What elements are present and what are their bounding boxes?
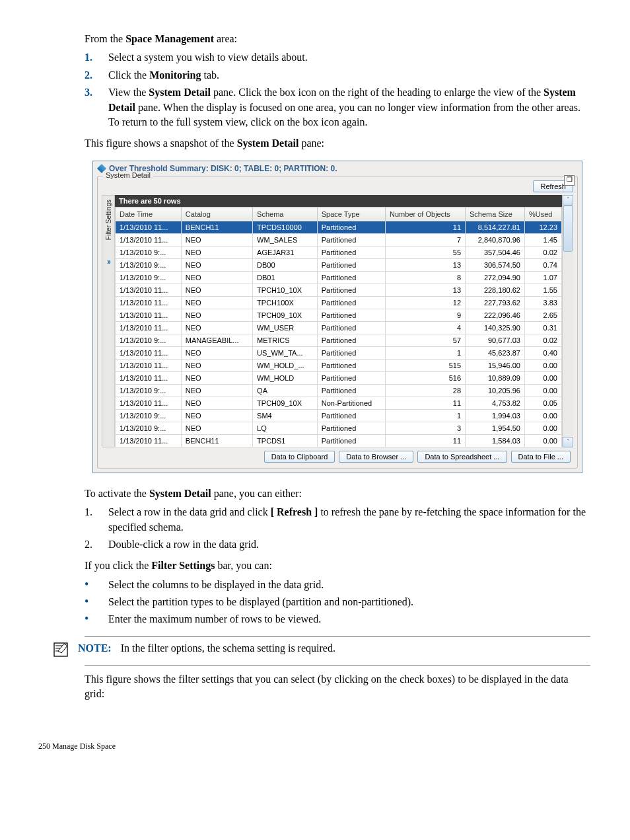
table-row[interactable]: 1/13/2010 11...BENCH11TPCDS10000Partitio…: [116, 221, 562, 233]
table-cell: 13: [386, 284, 466, 296]
table-cell: 8: [386, 271, 466, 284]
col-catalog[interactable]: Catalog: [181, 207, 252, 221]
scroll-thumb[interactable]: [563, 206, 573, 252]
step-num: 3.: [85, 85, 108, 130]
data-to-browser-button[interactable]: Data to Browser ...: [339, 451, 413, 463]
table-cell: SM4: [253, 409, 318, 422]
vertical-scrollbar[interactable]: ˄ ˅: [562, 195, 573, 447]
table-cell: TPCH09_10X: [253, 397, 318, 409]
table-row[interactable]: 1/13/2010 9:...MANAGEABIL...METRICSParti…: [116, 334, 562, 346]
table-cell: 1/13/2010 11...: [116, 397, 182, 409]
expand-icon[interactable]: ››: [107, 257, 110, 266]
table-row[interactable]: 1/13/2010 11...NEOTPCH09_10XNon-Partitio…: [116, 397, 562, 409]
table-row[interactable]: 1/13/2010 9:...NEODB00Partitioned13306,5…: [116, 258, 562, 271]
system-detail-table[interactable]: Date Time Catalog Schema Space Type Numb…: [115, 207, 562, 447]
table-row[interactable]: 1/13/2010 11...NEOUS_WM_TA...Partitioned…: [116, 346, 562, 359]
step-text: View the System Detail pane. Click the b…: [108, 85, 590, 130]
table-row[interactable]: 1/13/2010 11...BENCH11TPCDS1Partitioned1…: [116, 434, 562, 447]
table-cell: Partitioned: [317, 284, 385, 296]
table-row[interactable]: 1/13/2010 9:...NEOAGEJAR31Partitioned553…: [116, 246, 562, 258]
table-row[interactable]: 1/13/2010 9:...NEOSM4Partitioned11,994.0…: [116, 409, 562, 422]
table-row[interactable]: 1/13/2010 9:...NEODB01Partitioned8272,09…: [116, 271, 562, 284]
table-cell: 222,096.46: [466, 309, 525, 321]
table-cell: NEO: [181, 258, 252, 271]
table-row[interactable]: 1/13/2010 9:...NEOLQPartitioned31,954.50…: [116, 422, 562, 434]
step-text: Click the Monitoring tab.: [108, 68, 219, 83]
table-cell: Partitioned: [317, 258, 385, 271]
col-pctused[interactable]: %Used: [524, 207, 561, 221]
snapshot-caption: This figure shows a snapshot of the Syst…: [85, 136, 590, 151]
table-cell: 1/13/2010 9:...: [116, 334, 182, 346]
table-cell: 12.23: [524, 221, 561, 233]
table-row[interactable]: 1/13/2010 11...NEOWM_HOLD_...Partitioned…: [116, 359, 562, 371]
table-cell: NEO: [181, 321, 252, 334]
table-cell: 0.40: [524, 346, 561, 359]
table-cell: 1/13/2010 11...: [116, 221, 182, 233]
table-cell: 2.65: [524, 309, 561, 321]
table-row[interactable]: 1/13/2010 11...NEOTPCH100XPartitioned122…: [116, 296, 562, 309]
table-row[interactable]: 1/13/2010 11...NEOWM_SALESPartitioned72,…: [116, 233, 562, 246]
maximize-icon[interactable]: ❐: [564, 175, 575, 186]
table-cell: 1/13/2010 11...: [116, 284, 182, 296]
table-row[interactable]: 1/13/2010 11...NEOTPCH10_10XPartitioned1…: [116, 284, 562, 296]
step-text: Select a system you wish to view details…: [108, 50, 308, 65]
intro-line: From the Space Management area:: [85, 32, 590, 46]
table-cell: Partitioned: [317, 371, 385, 384]
data-to-file-button[interactable]: Data to File ...: [511, 451, 571, 463]
table-cell: NEO: [181, 284, 252, 296]
col-schema[interactable]: Schema: [253, 207, 318, 221]
table-cell: Partitioned: [317, 346, 385, 359]
table-cell: Non-Partitioned: [317, 397, 385, 409]
filter-settings-bar[interactable]: Filter Settings ››: [102, 195, 115, 447]
table-cell: NEO: [181, 359, 252, 371]
table-cell: MANAGEABIL...: [181, 334, 252, 346]
scroll-down-icon[interactable]: ˅: [563, 437, 573, 447]
table-cell: 11: [386, 434, 466, 447]
table-cell: LQ: [253, 422, 318, 434]
col-spacetype[interactable]: Space Type: [317, 207, 385, 221]
table-cell: 10,205.96: [466, 384, 525, 397]
table-cell: Partitioned: [317, 221, 385, 233]
note-text: In the filter options, the schema settin…: [121, 642, 335, 654]
table-row[interactable]: 1/13/2010 11...NEOTPCH09_10XPartitioned9…: [116, 309, 562, 321]
col-numobjects[interactable]: Number of Objects: [386, 207, 466, 221]
bullet-icon: •: [85, 612, 108, 627]
bullet-list: •Select the columns to be displayed in t…: [85, 578, 590, 627]
note-block: NOTE:In the filter options, the schema s…: [85, 636, 590, 666]
scroll-up-icon[interactable]: ˄: [563, 195, 573, 206]
table-cell: 228,180.62: [466, 284, 525, 296]
system-detail-screenshot: Over Threshold Summary: DISK: 0; TABLE: …: [92, 161, 582, 473]
table-cell: 3: [386, 422, 466, 434]
col-datetime[interactable]: Date Time: [116, 207, 182, 221]
table-cell: 0.74: [524, 258, 561, 271]
data-to-clipboard-button[interactable]: Data to Clipboard: [264, 451, 335, 463]
table-cell: 4: [386, 321, 466, 334]
table-row[interactable]: 1/13/2010 11...NEOWM_HOLDPartitioned5161…: [116, 371, 562, 384]
table-cell: DB01: [253, 271, 318, 284]
table-header-row: Date Time Catalog Schema Space Type Numb…: [116, 207, 562, 221]
table-cell: 140,325.90: [466, 321, 525, 334]
table-cell: 0.00: [524, 422, 561, 434]
table-cell: DB00: [253, 258, 318, 271]
table-cell: WM_USER: [253, 321, 318, 334]
table-cell: 1/13/2010 11...: [116, 359, 182, 371]
table-row[interactable]: 1/13/2010 9:...NEOQAPartitioned2810,205.…: [116, 384, 562, 397]
table-cell: NEO: [181, 246, 252, 258]
table-cell: Partitioned: [317, 384, 385, 397]
table-cell: 1,994.03: [466, 409, 525, 422]
table-row[interactable]: 1/13/2010 11...NEOWM_USERPartitioned4140…: [116, 321, 562, 334]
table-cell: WM_HOLD: [253, 371, 318, 384]
table-cell: NEO: [181, 346, 252, 359]
table-cell: TPCH100X: [253, 296, 318, 309]
table-cell: 515: [386, 359, 466, 371]
table-cell: 1/13/2010 9:...: [116, 422, 182, 434]
row-count-bar: There are 50 rows: [115, 195, 562, 207]
table-cell: NEO: [181, 422, 252, 434]
note-icon: [52, 641, 70, 661]
table-cell: WM_SALES: [253, 233, 318, 246]
table-cell: 4,753.82: [466, 397, 525, 409]
table-cell: Partitioned: [317, 422, 385, 434]
bullet-icon: •: [85, 578, 108, 592]
data-to-spreadsheet-button[interactable]: Data to Spreadsheet ...: [417, 451, 507, 463]
col-schemasize[interactable]: Schema Size: [466, 207, 525, 221]
